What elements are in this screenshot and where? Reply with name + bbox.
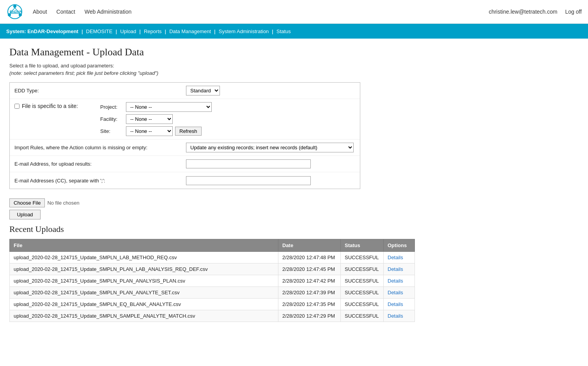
project-subrow: Project: -- None --	[100, 102, 212, 112]
cell-options: Details	[384, 263, 415, 275]
top-nav-left: EnDAR About Contact Web Administration	[6, 3, 131, 20]
details-link[interactable]: Details	[388, 301, 403, 307]
cell-options: Details	[384, 275, 415, 287]
details-link[interactable]: Details	[388, 266, 403, 272]
cell-options: Details	[384, 310, 415, 322]
refresh-button[interactable]: Refresh	[175, 127, 202, 136]
email-label: E-mail Address, for upload results:	[14, 161, 186, 167]
sep-4: |	[165, 28, 166, 34]
col-status: Status	[341, 239, 384, 252]
choose-file-button[interactable]: Choose File	[9, 198, 45, 207]
edd-type-label: EDD Type:	[14, 88, 186, 94]
cell-date: 2/28/2020 12:47:29 PM	[278, 310, 341, 322]
table-row: upload_2020-02-28_124715_Update_SMPLN_PL…	[10, 287, 415, 299]
svg-point-3	[8, 13, 11, 16]
import-rules-select[interactable]: Update any existing records; insert new …	[186, 143, 354, 152]
instructions-note: (note: select parameters first; pick fil…	[9, 70, 579, 76]
svg-point-2	[19, 13, 22, 16]
logo-area: EnDAR	[6, 3, 23, 20]
site-select[interactable]: -- None --	[126, 126, 173, 136]
facility-label: Facility:	[100, 116, 124, 122]
facility-subrow: Facility: -- None --	[100, 114, 212, 124]
cell-date: 2/28/2020 12:47:35 PM	[278, 299, 341, 310]
project-label: Project:	[100, 104, 124, 110]
site-specific-right: Project: -- None -- Facility: -- None --…	[100, 102, 212, 136]
reports-link[interactable]: Reports	[144, 28, 162, 34]
cell-status: SUCCESSFUL	[341, 299, 384, 310]
upload-button[interactable]: Upload	[9, 210, 41, 219]
web-admin-link[interactable]: Web Administration	[85, 9, 131, 15]
about-link[interactable]: About	[33, 9, 47, 15]
import-rules-row: Import Rules, where the Action column is…	[10, 140, 360, 156]
data-management-link[interactable]: Data Management	[169, 28, 211, 34]
site-specific-checkbox[interactable]	[14, 104, 19, 109]
svg-text:EnDAR: EnDAR	[10, 10, 22, 14]
logoff-link[interactable]: Log off	[565, 9, 582, 15]
sep-6: |	[272, 28, 273, 34]
cell-date: 2/28/2020 12:47:42 PM	[278, 275, 341, 287]
svg-point-1	[13, 5, 16, 8]
cell-file: upload_2020-02-28_124715_Update_SMPLN_EQ…	[10, 299, 278, 310]
file-row: Choose File No file chosen	[9, 198, 579, 207]
cell-options: Details	[384, 299, 415, 310]
site-label: Site:	[100, 128, 124, 134]
uploads-table: File Date Status Options upload_2020-02-…	[9, 239, 415, 322]
table-row: upload_2020-02-28_124715_Update_SMPLN_EQ…	[10, 299, 415, 310]
system-label: System: EnDAR-Development	[6, 28, 78, 34]
top-nav-right: christine.lew@tetratech.com Log off	[489, 9, 582, 15]
cell-status: SUCCESSFUL	[341, 252, 384, 263]
col-file: File	[10, 239, 278, 252]
cell-date: 2/28/2020 12:47:48 PM	[278, 252, 341, 263]
col-options: Options	[384, 239, 415, 252]
table-row: upload_2020-02-28_124715_Update_SMPLN_PL…	[10, 275, 415, 287]
cell-file: upload_2020-02-28_124715_Update_SMPLN_PL…	[10, 275, 278, 287]
table-row: upload_2020-02-28_124715_Update_SMPLN_PL…	[10, 263, 415, 275]
file-upload-area: Choose File No file chosen Upload	[9, 198, 579, 219]
main-content: Data Management - Upload Data Select a f…	[0, 39, 588, 330]
details-link[interactable]: Details	[388, 313, 403, 319]
site-subrow: Site: -- None -- Refresh	[100, 126, 212, 136]
email-cc-row: E-mail Addresses (CC), separate with ';'…	[10, 172, 360, 189]
ribbon-navigation: System: EnDAR-Development | DEMOSITE | U…	[0, 24, 588, 39]
status-link[interactable]: Status	[276, 28, 291, 34]
email-input[interactable]	[186, 159, 311, 168]
contact-link[interactable]: Contact	[57, 9, 75, 15]
table-header-row: File Date Status Options	[10, 239, 415, 252]
sep-1: |	[81, 28, 83, 34]
cell-file: upload_2020-02-28_124715_Update_SMPLN_PL…	[10, 263, 278, 275]
table-row: upload_2020-02-28_124715_Update_SMPLN_LA…	[10, 252, 415, 263]
table-row: upload_2020-02-28_124715_Update_SMPLN_SA…	[10, 310, 415, 322]
cell-status: SUCCESSFUL	[341, 275, 384, 287]
cell-status: SUCCESSFUL	[341, 310, 384, 322]
no-file-text: No file chosen	[47, 200, 79, 206]
recent-uploads-title: Recent Uploads	[9, 224, 579, 234]
facility-select[interactable]: -- None --	[126, 114, 173, 124]
user-email: christine.lew@tetratech.com	[489, 9, 557, 15]
project-select[interactable]: -- None --	[126, 102, 212, 112]
sep-3: |	[139, 28, 141, 34]
edd-type-select[interactable]: Standard Custom	[186, 86, 220, 95]
upload-form: EDD Type: Standard Custom File is specif…	[9, 82, 360, 189]
sep-2: |	[115, 28, 117, 34]
details-link[interactable]: Details	[388, 278, 403, 284]
demosite-link[interactable]: DEMOSITE	[86, 28, 113, 34]
details-link[interactable]: Details	[388, 255, 403, 260]
cell-date: 2/28/2020 12:47:39 PM	[278, 287, 341, 299]
email-cc-label: E-mail Addresses (CC), separate with ';'…	[14, 178, 186, 184]
system-admin-link[interactable]: System Administration	[219, 28, 269, 34]
cell-options: Details	[384, 252, 415, 263]
sep-5: |	[214, 28, 216, 34]
import-rules-label: Import Rules, where the Action column is…	[14, 145, 186, 150]
cell-status: SUCCESSFUL	[341, 287, 384, 299]
email-row: E-mail Address, for upload results:	[10, 156, 360, 172]
upload-link[interactable]: Upload	[120, 28, 136, 34]
email-cc-input[interactable]	[186, 176, 311, 185]
details-link[interactable]: Details	[388, 290, 403, 295]
top-navigation: EnDAR About Contact Web Administration c…	[0, 0, 588, 24]
cell-options: Details	[384, 287, 415, 299]
site-specific-row: File is specific to a site: Project: -- …	[10, 99, 360, 140]
site-specific-label: File is specific to a site:	[22, 103, 78, 109]
page-title: Data Management - Upload Data	[9, 46, 579, 58]
cell-file: upload_2020-02-28_124715_Update_SMPLN_SA…	[10, 310, 278, 322]
cell-status: SUCCESSFUL	[341, 263, 384, 275]
